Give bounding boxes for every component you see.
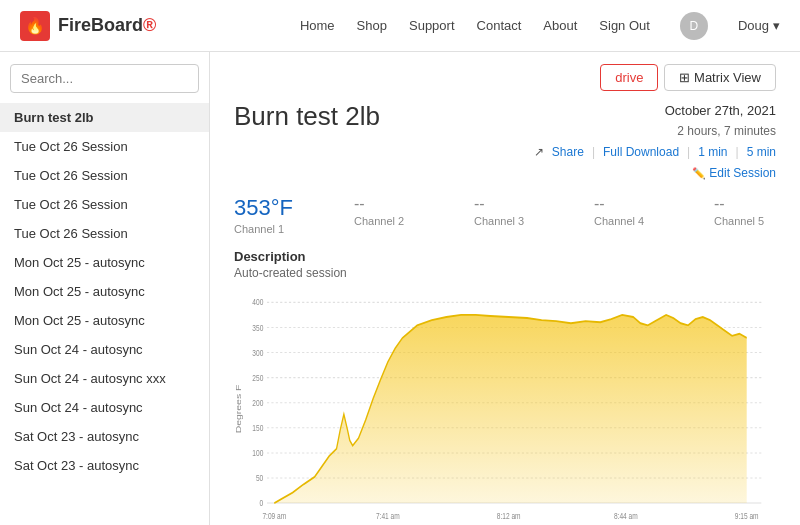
svg-text:400: 400: [252, 298, 263, 308]
channel-value-3: --: [474, 195, 564, 213]
channel-1: 353°FChannel 1: [234, 195, 324, 235]
chevron-down-icon: ▾: [773, 18, 780, 33]
sidebar-item-4[interactable]: Tue Oct 26 Session: [0, 219, 209, 248]
svg-text:7:41 am: 7:41 am: [376, 511, 400, 521]
svg-text:9:15 am: 9:15 am: [735, 511, 759, 521]
sidebar-item-1[interactable]: Tue Oct 26 Session: [0, 132, 209, 161]
chart-container: Degrees F 0 50 100 150 200 250 300 350: [234, 294, 776, 524]
five-min-link[interactable]: 5 min: [747, 143, 776, 162]
svg-text:Degrees F: Degrees F: [235, 384, 243, 433]
nav-shop[interactable]: Shop: [357, 18, 387, 33]
sidebar: Burn test 2lbTue Oct 26 SessionTue Oct 2…: [0, 52, 210, 525]
nav-user-menu[interactable]: Doug ▾: [738, 18, 780, 33]
nav-signout[interactable]: Sign Out: [599, 18, 650, 33]
channel-2: --Channel 2: [354, 195, 444, 235]
sidebar-item-5[interactable]: Mon Oct 25 - autosync: [0, 248, 209, 277]
svg-text:7:09 am: 7:09 am: [262, 511, 286, 521]
session-meta: October 27th, 2021 2 hours, 7 minutes ↗ …: [534, 101, 776, 183]
session-date: October 27th, 2021: [534, 101, 776, 122]
channel-label-3: Channel 3: [474, 215, 564, 227]
description: Description Auto-created session: [210, 243, 800, 290]
top-bar: drive ⊞ Matrix View: [210, 52, 800, 91]
sidebar-item-6[interactable]: Mon Oct 25 - autosync: [0, 277, 209, 306]
description-title: Description: [234, 249, 776, 264]
sidebar-item-12[interactable]: Sat Oct 23 - autosync: [0, 451, 209, 480]
channel-5: --Channel 5: [714, 195, 800, 235]
svg-text:8:12 am: 8:12 am: [497, 511, 521, 521]
channel-label-2: Channel 2: [354, 215, 444, 227]
session-header: Burn test 2lb October 27th, 2021 2 hours…: [210, 91, 800, 183]
nav-support[interactable]: Support: [409, 18, 455, 33]
channel-3: --Channel 3: [474, 195, 564, 235]
svg-text:350: 350: [252, 323, 263, 333]
svg-text:8:44 am: 8:44 am: [614, 511, 638, 521]
sidebar-item-3[interactable]: Tue Oct 26 Session: [0, 190, 209, 219]
nav-home[interactable]: Home: [300, 18, 335, 33]
channel-label-1: Channel 1: [234, 223, 324, 235]
logo-text: FireBoard®: [58, 15, 156, 36]
channel-4: --Channel 4: [594, 195, 684, 235]
pencil-icon: ✏️: [692, 167, 706, 179]
session-duration: 2 hours, 7 minutes: [534, 122, 776, 141]
avatar: D: [680, 12, 708, 40]
drive-button[interactable]: drive: [600, 64, 658, 91]
session-actions: ↗ Share | Full Download | 1 min | 5 min: [534, 143, 776, 162]
svg-text:300: 300: [252, 348, 263, 358]
sidebar-item-0[interactable]: Burn test 2lb: [0, 103, 209, 132]
temperature-chart: Degrees F 0 50 100 150 200 250 300 350: [234, 294, 776, 524]
sidebar-item-11[interactable]: Sat Oct 23 - autosync: [0, 422, 209, 451]
one-min-link[interactable]: 1 min: [698, 143, 727, 162]
channel-value-1: 353°F: [234, 195, 324, 221]
full-download-link[interactable]: Full Download: [603, 143, 679, 162]
svg-text:150: 150: [252, 423, 263, 433]
share-icon: ↗: [534, 143, 544, 162]
svg-text:0: 0: [260, 498, 264, 508]
logo[interactable]: 🔥 FireBoard®: [20, 11, 156, 41]
nav-contact[interactable]: Contact: [477, 18, 522, 33]
svg-text:50: 50: [256, 473, 264, 483]
nav-about[interactable]: About: [543, 18, 577, 33]
layout: Burn test 2lbTue Oct 26 SessionTue Oct 2…: [0, 52, 800, 525]
channel-value-2: --: [354, 195, 444, 213]
matrix-button[interactable]: ⊞ Matrix View: [664, 64, 776, 91]
navbar: 🔥 FireBoard® Home Shop Support Contact A…: [0, 0, 800, 52]
sidebar-item-8[interactable]: Sun Oct 24 - autosync: [0, 335, 209, 364]
svg-text:200: 200: [252, 398, 263, 408]
svg-text:100: 100: [252, 448, 263, 458]
edit-session-link[interactable]: Edit Session: [709, 166, 776, 180]
logo-icon: 🔥: [20, 11, 50, 41]
sidebar-item-10[interactable]: Sun Oct 24 - autosync: [0, 393, 209, 422]
session-title: Burn test 2lb: [234, 101, 380, 132]
search-container: [10, 64, 199, 93]
sidebar-item-7[interactable]: Mon Oct 25 - autosync: [0, 306, 209, 335]
channels: 353°FChannel 1--Channel 2--Channel 3--Ch…: [210, 183, 800, 243]
sidebar-item-2[interactable]: Tue Oct 26 Session: [0, 161, 209, 190]
channel-label-5: Channel 5: [714, 215, 800, 227]
channel-label-4: Channel 4: [594, 215, 684, 227]
description-text: Auto-created session: [234, 266, 776, 280]
channel-value-5: --: [714, 195, 800, 213]
channel-value-4: --: [594, 195, 684, 213]
svg-text:250: 250: [252, 373, 263, 383]
share-link[interactable]: Share: [552, 143, 584, 162]
main-content: drive ⊞ Matrix View Burn test 2lb Octobe…: [210, 52, 800, 525]
sidebar-item-9[interactable]: Sun Oct 24 - autosync xxx: [0, 364, 209, 393]
search-input[interactable]: [10, 64, 199, 93]
nav-links: Home Shop Support Contact About Sign Out…: [300, 12, 780, 40]
